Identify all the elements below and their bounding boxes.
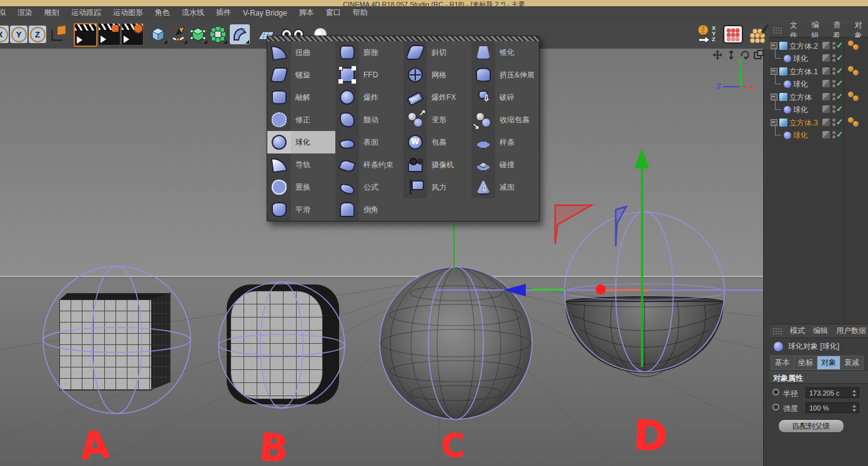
object-properties-header[interactable]: 对象属性: [769, 372, 868, 384]
layer-toggle[interactable]: [822, 105, 830, 113]
menu-item-melt[interactable]: 融解: [267, 86, 335, 109]
stepper-icon[interactable]: [852, 405, 857, 412]
enabled-check-icon[interactable]: ✓: [836, 41, 843, 50]
radius-input[interactable]: 173.205 c: [806, 387, 859, 398]
menu-item-morph[interactable]: ↗ 变形: [403, 109, 471, 131]
am-menu-userdata[interactable]: 用户数据: [836, 326, 866, 336]
layer-toggle[interactable]: [822, 131, 830, 138]
object-row-cube1[interactable]: 立方体.1 ✓: [769, 65, 868, 77]
enabled-check-icon[interactable]: ✓: [836, 66, 843, 75]
visibility-dots[interactable]: [832, 119, 836, 126]
menu-item-shear[interactable]: 斜切: [403, 41, 471, 64]
menu-tearoff-strip[interactable]: [267, 36, 539, 41]
menu-item-explosion[interactable]: 爆炸: [335, 86, 403, 109]
enabled-check-icon[interactable]: ✓: [836, 79, 843, 88]
visibility-dots[interactable]: [832, 67, 836, 75]
object-row-cube3-selected[interactable]: 立方体.3 ✓: [769, 116, 868, 129]
strength-input[interactable]: 100 %: [806, 402, 859, 413]
surface-icon: [339, 138, 356, 151]
strength-label: 强度: [783, 404, 798, 414]
enabled-check-icon[interactable]: ✓: [836, 104, 843, 114]
menu-item-displacer[interactable]: 置换: [267, 176, 335, 198]
visibility-dots[interactable]: [832, 93, 836, 100]
fit-to-parent-button[interactable]: 匹配到父级: [778, 419, 844, 433]
menu-item-spline-wrap[interactable]: 样条约束: [335, 153, 403, 176]
menu-item-smoothing[interactable]: 平滑: [267, 198, 335, 221]
visibility-dots[interactable]: [832, 42, 836, 49]
visibility-dots[interactable]: [832, 80, 836, 87]
visibility-dots[interactable]: [832, 105, 836, 113]
enabled-check-icon[interactable]: ✓: [836, 53, 843, 62]
layer-toggle[interactable]: [822, 119, 830, 126]
annotation-letter-a: A: [78, 422, 111, 466]
menu-item-collision[interactable]: 碰撞: [471, 153, 540, 176]
menu-item-camera[interactable]: 摄像机: [403, 153, 471, 176]
explosion-icon: [340, 90, 355, 105]
bend-icon: [270, 44, 287, 61]
am-menu-mode[interactable]: 模式: [790, 326, 805, 336]
menu-item-explosion-fx[interactable]: TNT 爆炸FX: [403, 86, 471, 109]
phong-tags-icon[interactable]: [848, 92, 863, 102]
layer-toggle[interactable]: [822, 93, 830, 100]
menu-item-spline[interactable]: 样条: [471, 131, 540, 153]
panel-grip-icon[interactable]: [772, 328, 782, 335]
camera-icon: [408, 162, 423, 172]
object-row-spherify-selected[interactable]: 球化 ✓: [769, 129, 868, 141]
tab-basic[interactable]: 基本: [771, 356, 794, 370]
layer-toggle[interactable]: [822, 42, 830, 49]
menu-item-bevel[interactable]: 倒角: [335, 198, 403, 221]
menu-item-spherify[interactable]: 球化: [267, 131, 335, 153]
enabled-check-icon[interactable]: ✓: [836, 117, 843, 127]
am-menu-edit[interactable]: 编辑: [813, 326, 828, 336]
stepper-icon[interactable]: [852, 390, 857, 397]
panel-grip-icon[interactable]: [772, 27, 782, 34]
menu-item-formula[interactable]: 公式: [335, 176, 403, 198]
enabled-check-icon[interactable]: ✓: [836, 92, 843, 101]
menu-item-jiggle[interactable]: 颤动: [335, 109, 403, 131]
menu-item-shrink-wrap[interactable]: ↗ 收缩包裹: [471, 109, 540, 131]
visibility-dots[interactable]: [832, 131, 836, 138]
layer-toggle[interactable]: [822, 54, 830, 62]
right-panel: 文件 编辑 查看 对象 立方体.2 ✓ 球化 ✓: [769, 24, 868, 466]
phong-tags-icon[interactable]: [848, 66, 863, 76]
menu-item-mesh[interactable]: 网格: [403, 64, 471, 86]
menu-item-taper[interactable]: 锥化: [471, 41, 540, 64]
tab-falloff[interactable]: 衰减: [840, 356, 864, 370]
menu-item-wind[interactable]: 风力: [403, 176, 471, 198]
object-row-cube2[interactable]: 立方体.2 ✓: [769, 39, 868, 52]
object-row-cube[interactable]: 立方体 ✓: [769, 90, 868, 103]
visibility-dots[interactable]: [832, 54, 836, 62]
object-row-spherify[interactable]: 球化 ✓: [769, 77, 868, 90]
layer-toggle[interactable]: [822, 80, 830, 87]
wrap-icon: W: [408, 135, 423, 150]
shear-icon: [405, 45, 426, 60]
menu-item-bend[interactable]: 扭曲: [267, 41, 335, 64]
menu-item-polygon-reduction[interactable]: ⇩ 减面: [471, 176, 540, 198]
enabled-check-icon[interactable]: ✓: [836, 130, 843, 139]
annotation-letter-d: D: [632, 411, 669, 461]
melt-icon: [272, 90, 287, 105]
menu-item-rail[interactable]: 导轨: [267, 153, 335, 176]
layer-toggle[interactable]: [822, 67, 830, 75]
cinema4d-window: CINEMA 4D R18.057 Studio (RC - R18) - [未…: [0, 0, 868, 466]
object-row-spherify[interactable]: 球化 ✓: [769, 103, 868, 115]
tab-coordinates[interactable]: 坐标: [794, 356, 817, 370]
animation-dot-icon[interactable]: [772, 389, 779, 396]
object-row-spherify[interactable]: 球化 ✓: [769, 52, 868, 64]
formula-icon: [339, 183, 355, 195]
polygon-reduction-icon: ⇩: [476, 180, 491, 195]
squash-stretch-icon: [476, 68, 491, 82]
menu-item-twist[interactable]: 螺旋: [267, 64, 335, 86]
menu-item-squash-stretch[interactable]: 挤压&伸展: [471, 64, 540, 86]
taper-icon: [476, 45, 491, 60]
phong-tags-icon[interactable]: [848, 117, 863, 127]
tab-object[interactable]: 对象: [817, 356, 840, 370]
menu-item-surface[interactable]: 表面: [335, 131, 403, 153]
menu-item-correction[interactable]: 修正: [267, 109, 335, 131]
phong-tags-icon[interactable]: [848, 41, 863, 51]
menu-item-wrap[interactable]: W 包裹: [403, 131, 471, 153]
animation-dot-icon[interactable]: [772, 404, 779, 410]
menu-item-ffd[interactable]: FFD: [335, 64, 403, 86]
menu-item-shatter[interactable]: ⇩ 破碎: [471, 86, 540, 109]
menu-item-bulge[interactable]: 膨胀: [335, 41, 403, 64]
